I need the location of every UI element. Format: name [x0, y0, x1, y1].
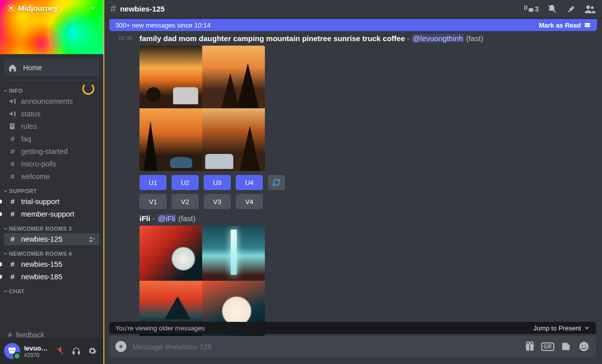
u1-button[interactable]: U1 [139, 175, 167, 190]
upscale-row: U1 U2 U3 U4 [139, 175, 594, 190]
new-messages-text: 300+ new messages since 10:14 [115, 22, 211, 29]
new-messages-bar[interactable]: 300+ new messages since 10:14 Mark as Re… [109, 19, 597, 31]
channel-welcome[interactable]: #welcome [4, 170, 99, 183]
u3-button[interactable]: U3 [204, 175, 231, 190]
divider [5, 80, 98, 81]
svg-rect-16 [73, 352, 74, 354]
emoji-icon[interactable] [578, 340, 590, 352]
channel-announcements[interactable]: announcements [4, 95, 99, 107]
u4-button[interactable]: U4 [236, 175, 263, 190]
gif-icon[interactable]: GIF [542, 340, 554, 352]
message: iFli - @iFli (fast) [139, 214, 594, 336]
channel-header: # newbies-125 3 [104, 0, 602, 18]
svg-point-14 [13, 350, 14, 351]
older-text: You're viewing older messages [115, 324, 205, 332]
composer-wrap: + GIF [109, 336, 596, 357]
hash-icon: # [8, 135, 17, 143]
pinned-icon[interactable] [565, 3, 577, 15]
members-icon[interactable] [584, 3, 596, 15]
category-support[interactable]: SUPPORT [0, 183, 103, 195]
hash-icon: # [8, 273, 17, 281]
attach-button[interactable]: + [115, 341, 126, 352]
gift-icon[interactable] [524, 340, 536, 352]
message-prompt: family dad mom daughter camping mountain… [139, 34, 594, 43]
svg-point-12 [90, 237, 92, 239]
svg-rect-11 [11, 126, 14, 126]
megaphone-icon [8, 110, 17, 118]
server-header[interactable]: Midjourney [0, 0, 103, 16]
channel-newbies-125[interactable]: # newbies-125 [4, 233, 99, 245]
settings-icon[interactable] [85, 344, 99, 358]
user-panel: levuongthi... #2970 [0, 338, 103, 364]
svg-line-6 [13, 10, 14, 11]
generated-image-1 [139, 226, 202, 281]
channel-list: Home INFO announcements status rules #fa… [0, 54, 103, 364]
server-icon [7, 4, 15, 12]
channel-newbies-185[interactable]: #newbies-185 [4, 271, 99, 283]
svg-line-8 [13, 6, 14, 7]
channel-getting-started[interactable]: #getting-started [4, 145, 99, 157]
chevron-down-icon[interactable] [89, 5, 96, 12]
mention[interactable]: @iFli [157, 214, 176, 223]
timestamp: 09:36 [112, 34, 132, 336]
v2-button[interactable]: V2 [172, 194, 199, 209]
mute-icon[interactable] [53, 344, 67, 358]
svg-point-20 [586, 5, 590, 9]
threads-icon[interactable]: 3 [523, 3, 539, 15]
category-info[interactable]: INFO [0, 83, 103, 95]
image-grid[interactable] [139, 46, 265, 171]
channel-newbies-155[interactable]: #newbies-155 [4, 258, 99, 270]
category-chat[interactable]: CHAT [0, 283, 103, 295]
svg-rect-10 [11, 125, 14, 125]
hash-icon: # [8, 147, 17, 155]
mark-as-read-button[interactable]: Mark as Read [539, 22, 591, 29]
messages: 09:36 family dad mom daughter camping mo… [104, 31, 602, 364]
svg-rect-17 [78, 352, 80, 354]
svg-point-25 [527, 342, 530, 345]
category-newcomer-4[interactable]: NEWCOMER ROOMS 4 [0, 246, 103, 258]
v1-button[interactable]: V1 [139, 194, 167, 209]
svg-point-0 [10, 7, 12, 9]
generated-image-4 [202, 108, 265, 171]
image-grid[interactable] [139, 226, 265, 336]
svg-point-21 [591, 6, 594, 9]
channel-member-support[interactable]: #member-support [4, 208, 99, 220]
svg-line-7 [9, 10, 10, 11]
hash-icon: # [8, 210, 17, 218]
sticker-icon[interactable] [560, 340, 572, 352]
v4-button[interactable]: V4 [236, 194, 263, 209]
rules-icon [8, 122, 17, 130]
generated-image-2 [202, 226, 265, 281]
deafen-icon[interactable] [69, 344, 83, 358]
channel-micro-polls[interactable]: #micro-polls [4, 158, 99, 170]
megaphone-icon [8, 97, 17, 105]
message-input[interactable] [132, 342, 518, 351]
svg-point-28 [582, 345, 583, 346]
home-icon [8, 63, 17, 72]
jump-to-present-button[interactable]: Jump to Present [533, 324, 590, 332]
composer: + GIF [109, 336, 596, 357]
svg-rect-18 [529, 8, 533, 12]
svg-point-29 [585, 345, 586, 346]
v3-button[interactable]: V3 [204, 194, 231, 209]
channel-rules[interactable]: rules [4, 120, 99, 132]
user-tag: #2970 [24, 352, 49, 358]
channel-sidebar: Midjourney Home INFO announcements statu… [0, 0, 103, 364]
mention[interactable]: @levuongthinh [412, 34, 464, 43]
u2-button[interactable]: U2 [172, 175, 199, 190]
generated-image-3 [139, 108, 202, 171]
svg-point-27 [579, 342, 588, 351]
channel-trial-support[interactable]: #trial-support [4, 196, 99, 208]
older-messages-bar[interactable]: You're viewing older messages Jump to Pr… [109, 322, 596, 334]
reroll-button[interactable] [268, 175, 285, 190]
notifications-muted-icon[interactable] [546, 3, 558, 15]
category-newcomer-3[interactable]: NEWCOMER ROOMS 3 [0, 221, 103, 233]
server-name: Midjourney [18, 4, 58, 13]
avatar[interactable] [4, 343, 20, 359]
svg-point-26 [530, 342, 533, 345]
channel-faq[interactable]: #faq [4, 133, 99, 145]
add-user-icon[interactable] [88, 236, 95, 243]
sidebar-home[interactable]: Home [4, 59, 99, 76]
channel-status[interactable]: status [4, 108, 99, 120]
hash-icon: # [8, 172, 17, 180]
